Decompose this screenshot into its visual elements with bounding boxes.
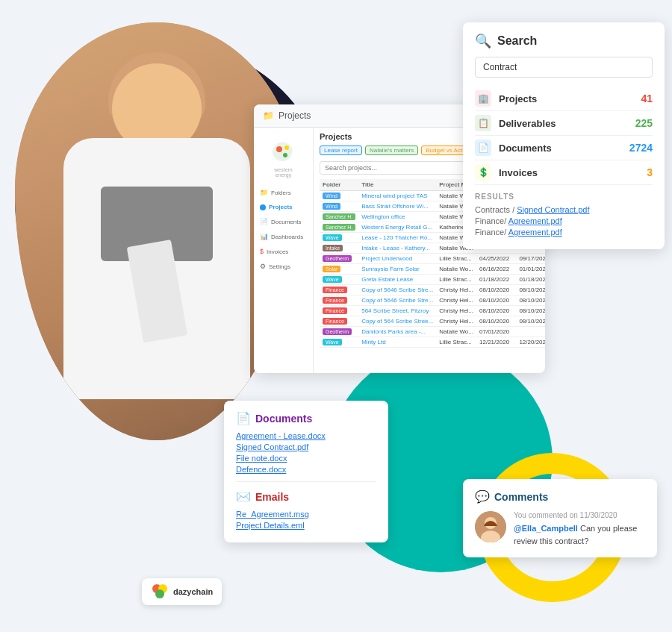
- cell-title[interactable]: Copy of 564 Scribe Stree...: [358, 316, 436, 327]
- cell-end: 08/10/2021: [516, 285, 545, 295]
- cell-folder: Solar: [320, 264, 358, 275]
- cell-start: 08/10/2020: [476, 285, 516, 295]
- filter-lease-report[interactable]: Lease report: [320, 146, 362, 155]
- file-defence[interactable]: Defence.docx: [236, 465, 376, 474]
- cell-start: 06/16/2022: [476, 264, 516, 275]
- sidebar-projects-label: Projects: [269, 204, 293, 210]
- search-result-2[interactable]: Finance/ Agreement.pdf: [475, 216, 653, 225]
- cell-end: 01/01/2025: [516, 264, 545, 275]
- cell-end: 09/17/2025: [516, 254, 545, 264]
- sidebar-item-settings[interactable]: ⚙ Settings: [254, 259, 313, 274]
- cell-title[interactable]: Danilonts Parks area -...: [358, 327, 436, 337]
- search-results-section: RESULTS Contracts / Signed Contract.pdf …: [475, 193, 653, 237]
- invoices-category-count: 3: [647, 166, 653, 178]
- cell-start: 08/10/2020: [476, 306, 516, 316]
- col-folder: Folder: [320, 179, 358, 191]
- svg-point-2: [155, 589, 164, 598]
- sidebar-item-documents[interactable]: 📄 Documents: [254, 214, 313, 229]
- cell-title[interactable]: Intake - Lease - Kathery...: [358, 243, 436, 254]
- sidebar-item-folders[interactable]: 📁 Folders: [254, 185, 313, 200]
- cell-start: 04/25/2022: [476, 254, 516, 264]
- cell-title[interactable]: Minty Ltd: [358, 337, 436, 348]
- sidebar-invoices-label: Invoices: [267, 248, 288, 255]
- search-panel: 🔍 Search 🏢 Projects 41 📋 Deliverables 22…: [463, 22, 665, 249]
- sidebar-brand-logo: [270, 139, 297, 166]
- card-divider: [236, 481, 376, 482]
- cell-end: 08/10/2021: [516, 306, 545, 316]
- projects-category-icon: 🏢: [475, 90, 491, 107]
- email-project-details[interactable]: Project Details.eml: [236, 521, 376, 530]
- cell-title[interactable]: Copy of 5646 Scribe Stre...: [358, 295, 436, 306]
- cell-title[interactable]: Bass Strait Offshore Wi...: [358, 201, 436, 212]
- emails-card-title: ✉️ Emails: [236, 489, 376, 504]
- cell-title[interactable]: Mineral wind project TAS: [358, 191, 436, 201]
- deliverables-category-icon: 📋: [475, 115, 491, 131]
- col-title: Title: [358, 179, 436, 191]
- invoices-icon: $: [260, 248, 264, 255]
- table-row: Geotherm Danilonts Parks area -... Natal…: [320, 327, 545, 337]
- dashboards-icon: 📊: [260, 233, 268, 240]
- documents-card: 📄 Documents Agreement - Lease.docx Signe…: [224, 401, 388, 542]
- sidebar-logo-area: westernenergy: [254, 134, 313, 185]
- result-3-path: Finance/: [475, 228, 508, 237]
- search-title-text: Search: [497, 34, 537, 48]
- emails-title-text: Emails: [255, 491, 289, 503]
- cell-title[interactable]: Project Underwood: [358, 254, 436, 264]
- cell-folder: Wave: [320, 337, 358, 348]
- documents-category-count: 2724: [629, 142, 653, 154]
- cell-folder: Wind: [320, 201, 358, 212]
- svg-point-4: [284, 146, 289, 150]
- cell-manager: Natalie Wo...: [436, 327, 476, 337]
- email-re-agreement[interactable]: Re_Agreement.msg: [236, 510, 376, 519]
- sidebar-item-dashboards[interactable]: 📊 Dashboards: [254, 229, 313, 244]
- result-2-path: Finance/: [475, 216, 508, 225]
- search-category-projects: 🏢 Projects 41: [475, 87, 653, 111]
- result-2-link: Agreement.pdf: [508, 216, 562, 225]
- cell-folder: Wave: [320, 233, 358, 243]
- cell-title[interactable]: Lease - 120 Thatcher Ro...: [358, 233, 436, 243]
- projects-dot-icon: [260, 204, 266, 210]
- cell-end: 01/18/2023: [516, 275, 545, 285]
- result-3-link: Agreement.pdf: [508, 228, 562, 237]
- cell-folder: Geotherm: [320, 254, 358, 264]
- cell-start: 08/10/2020: [476, 295, 516, 306]
- deliverables-category-count: 225: [635, 117, 653, 129]
- cell-title[interactable]: 564 Scribe Street, Fitzroy: [358, 306, 436, 316]
- sidebar-item-projects[interactable]: Projects: [254, 200, 313, 214]
- table-row: Finance Copy of 5646 Scribe Stre... Chri…: [320, 285, 545, 295]
- file-signed-contract[interactable]: Signed Contract.pdf: [236, 442, 376, 451]
- cell-title[interactable]: Greta Estate Lease: [358, 275, 436, 285]
- cell-folder: Wind: [320, 191, 358, 201]
- comment-mention: @Ella_Campbell: [514, 524, 578, 533]
- comment-text: @Ella_Campbell Can you please review thi…: [514, 522, 645, 547]
- sidebar-item-invoices[interactable]: $ Invoices: [254, 244, 313, 259]
- filter-natalies-matters[interactable]: Natalie's matters: [365, 146, 418, 155]
- projects-category-label: Projects: [499, 93, 633, 104]
- comment-body: You commented on 11/30/2020 @Ella_Campbe…: [475, 511, 645, 547]
- projects-header-icon: 📁: [263, 110, 274, 121]
- cell-title[interactable]: Sunraysia Farm Solar: [358, 264, 436, 275]
- cell-start: 12/21/2020: [476, 337, 516, 348]
- documents-title-text: Documents: [255, 413, 312, 425]
- folders-icon: 📁: [260, 189, 268, 196]
- cell-start: 08/10/2020: [476, 316, 516, 327]
- cell-end: 08/10/2021: [516, 295, 545, 306]
- file-agreement-lease[interactable]: Agreement - Lease.docx: [236, 431, 376, 440]
- search-result-3[interactable]: Finance/ Agreement.pdf: [475, 228, 653, 237]
- cell-title[interactable]: Copy of 5646 Scribe Stre...: [358, 285, 436, 295]
- comments-card: 💬 Comments You commented on 11/30/2020 @…: [463, 479, 657, 557]
- search-category-documents: 📄 Documents 2724: [475, 136, 653, 160]
- cell-title[interactable]: Western Energy Retail G...: [358, 222, 436, 233]
- documents-card-title: 📄 Documents: [236, 411, 376, 425]
- results-label: RESULTS: [475, 193, 653, 201]
- avatar-image: [475, 511, 506, 542]
- cell-title[interactable]: Wellington office: [358, 212, 436, 222]
- result-1-link: Signed Contract.pdf: [517, 205, 589, 214]
- file-file-note[interactable]: File note.docx: [236, 454, 376, 463]
- invoices-category-icon: 💲: [475, 164, 491, 181]
- sidebar-folders-label: Folders: [271, 190, 291, 196]
- cell-folder: Geotherm: [320, 327, 358, 337]
- search-input-field[interactable]: [475, 57, 653, 78]
- search-result-1[interactable]: Contracts / Signed Contract.pdf: [475, 205, 653, 214]
- table-row: Finance Copy of 5646 Scribe Stre... Chri…: [320, 295, 545, 306]
